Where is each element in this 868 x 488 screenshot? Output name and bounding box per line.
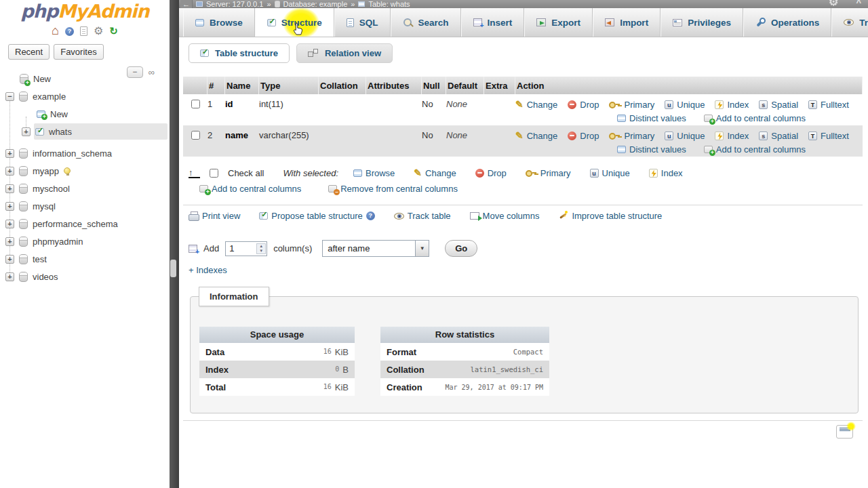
browse-icon — [195, 19, 204, 26]
change-link[interactable]: Change — [515, 99, 557, 110]
tab-import[interactable]: Import — [593, 8, 660, 37]
add-label: Add — [203, 243, 219, 253]
tree-item-information-schema[interactable]: + information_schema — [0, 144, 170, 162]
tree-expand-icon[interactable]: + — [5, 220, 14, 228]
panel-resize-divider[interactable] — [170, 0, 179, 488]
main-panel: ← Server: 127.0.0.1 » Database: example … — [179, 0, 868, 488]
breadcrumb-table[interactable]: Table: whats — [368, 0, 410, 8]
indexes-toggle-link[interactable]: + Indexes — [189, 265, 227, 275]
tab-browse[interactable]: Browse — [183, 8, 255, 37]
row-checkbox[interactable] — [191, 131, 200, 140]
tree-expand-icon[interactable]: + — [22, 127, 31, 136]
tree-expand-icon[interactable]: + — [5, 167, 14, 176]
tree-item-mysql[interactable]: + mysql — [0, 197, 170, 215]
tree-item-new-database[interactable]: New — [0, 70, 170, 87]
check-all-checkbox[interactable] — [210, 169, 218, 178]
selected-drop-link[interactable]: Drop — [475, 168, 507, 178]
tree-item-test[interactable]: + test — [0, 250, 170, 268]
tree-item-performance-schema[interactable]: + performance_schema — [0, 215, 170, 232]
tree-item-myschool[interactable]: + myschool — [0, 180, 170, 197]
tree-item-phpmyadmin[interactable]: + phpmyadmin — [0, 232, 170, 250]
fulltext-icon — [808, 100, 817, 109]
move-columns-link[interactable]: Move columns — [470, 211, 540, 221]
table-row: Format Compact — [380, 343, 549, 361]
breadcrumb-database[interactable]: Database: example — [283, 0, 348, 8]
index-link[interactable]: Index — [715, 130, 749, 141]
selected-index-link[interactable]: Index — [649, 168, 683, 178]
selected-primary-link[interactable]: Primary — [526, 168, 571, 178]
tree-collapse-icon[interactable]: − — [5, 92, 14, 101]
unique-link[interactable]: Unique — [665, 99, 705, 110]
tab-insert[interactable]: Insert — [461, 8, 525, 37]
tab-export[interactable]: Export — [524, 8, 593, 37]
unique-link[interactable]: Unique — [665, 130, 705, 141]
add-to-central-columns-link[interactable]: Add to central columns — [704, 144, 806, 155]
fulltext-link[interactable]: Fulltext — [808, 130, 849, 141]
tab-privileges[interactable]: Privileges — [660, 8, 743, 37]
check-all-label[interactable]: Check all — [228, 168, 264, 178]
tree-expand-icon[interactable]: + — [5, 255, 14, 264]
print-view-link[interactable]: Print view — [189, 211, 240, 221]
favorites-dropdown[interactable]: Favorites — [54, 44, 103, 60]
recent-dropdown[interactable]: Recent — [8, 44, 50, 60]
tab-structure[interactable]: Structure — [255, 8, 334, 37]
tree-expand-icon[interactable]: + — [5, 237, 14, 246]
selected-add-central-link[interactable]: Add to central columns — [199, 184, 301, 194]
page-settings-button[interactable] — [836, 425, 853, 439]
docs-icon[interactable] — [80, 26, 87, 36]
search-icon — [403, 18, 413, 27]
fulltext-link[interactable]: Fulltext — [808, 99, 849, 110]
drop-link[interactable]: Drop — [568, 99, 599, 110]
tab-sql[interactable]: SQL — [334, 8, 391, 37]
spatial-link[interactable]: Spatial — [759, 130, 798, 141]
tree-expand-icon[interactable]: + — [5, 149, 14, 158]
settings-gear-icon[interactable] — [94, 26, 103, 37]
drop-link[interactable]: Drop — [568, 130, 599, 141]
tree-item-example[interactable]: − example — [0, 87, 170, 105]
distinct-values-link[interactable]: Distinct values — [617, 113, 686, 123]
help-icon[interactable] — [366, 211, 375, 220]
back-arrow-icon[interactable]: ← — [180, 0, 193, 8]
selected-remove-central-link[interactable]: Remove from central columns — [328, 184, 458, 194]
reload-navigation-icon[interactable] — [109, 26, 118, 37]
divider-line — [183, 420, 863, 421]
index-link[interactable]: Index — [715, 99, 749, 110]
distinct-values-link[interactable]: Distinct values — [617, 144, 686, 155]
add-column-form: Add ▲▼ column(s) after name ▼ Go — [189, 240, 477, 257]
selected-change-link[interactable]: Change — [414, 167, 456, 178]
tree-item-myapp[interactable]: + myapp — [0, 162, 170, 180]
tab-search[interactable]: Search — [391, 8, 461, 37]
tab-tracking[interactable]: Track — [831, 8, 868, 37]
home-icon[interactable] — [52, 26, 59, 37]
tree-expand-icon[interactable]: + — [5, 202, 14, 211]
improve-table-structure-link[interactable]: Improve table structure — [558, 211, 662, 221]
spatial-link[interactable]: Spatial — [759, 99, 798, 110]
selected-browse-link[interactable]: Browse — [353, 168, 395, 178]
tree-expand-icon[interactable]: + — [5, 184, 14, 193]
table-row: Data 16KiB — [199, 343, 355, 361]
track-table-link[interactable]: Track table — [394, 211, 451, 221]
change-link[interactable]: Change — [515, 130, 557, 141]
number-spinner[interactable]: ▲▼ — [256, 243, 266, 254]
help-icon[interactable] — [65, 27, 74, 36]
tree-item-new-table[interactable]: New — [0, 105, 170, 123]
selected-unique-link[interactable]: Unique — [590, 168, 630, 178]
tree-expand-icon[interactable]: + — [5, 272, 14, 281]
tree-item-whats[interactable]: + whats — [0, 123, 170, 140]
page-settings-gear-icon[interactable] — [829, 0, 838, 7]
go-button[interactable]: Go — [445, 240, 477, 257]
add-to-central-columns-link[interactable]: Add to central columns — [704, 113, 806, 123]
row-checkbox[interactable] — [191, 100, 200, 108]
subtab-relation-view[interactable]: Relation view — [296, 43, 393, 63]
relation-view-icon — [308, 49, 319, 58]
subtab-table-structure[interactable]: Table structure — [189, 43, 290, 63]
propose-table-structure-link[interactable]: Propose table structure — [259, 211, 374, 221]
collapse-topbar-chevron-icon[interactable]: ^ — [856, 0, 861, 7]
primary-link[interactable]: Primary — [609, 130, 654, 141]
position-select[interactable]: after name ▼ — [322, 240, 429, 257]
tree-item-videos[interactable]: + videos — [0, 268, 170, 285]
tab-operations[interactable]: Operations — [743, 8, 831, 37]
resize-handle[interactable] — [170, 260, 176, 277]
breadcrumb-server[interactable]: Server: 127.0.0.1 — [206, 0, 263, 8]
primary-link[interactable]: Primary — [609, 99, 654, 110]
